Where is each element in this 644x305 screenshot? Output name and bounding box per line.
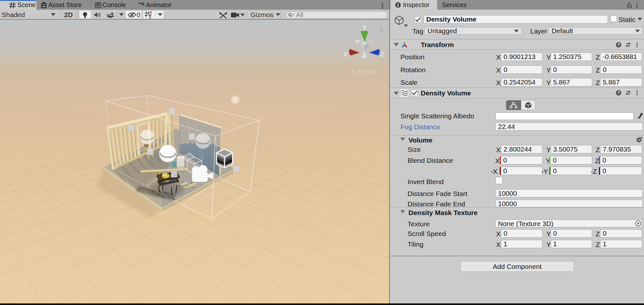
svg-text:?: ? <box>617 43 620 47</box>
svg-text:Persp: Persp <box>358 67 376 75</box>
svg-text:x: x <box>344 50 348 58</box>
svg-text:z: z <box>380 50 384 58</box>
svg-text:?: ? <box>617 91 620 95</box>
svg-text:y: y <box>363 22 367 31</box>
